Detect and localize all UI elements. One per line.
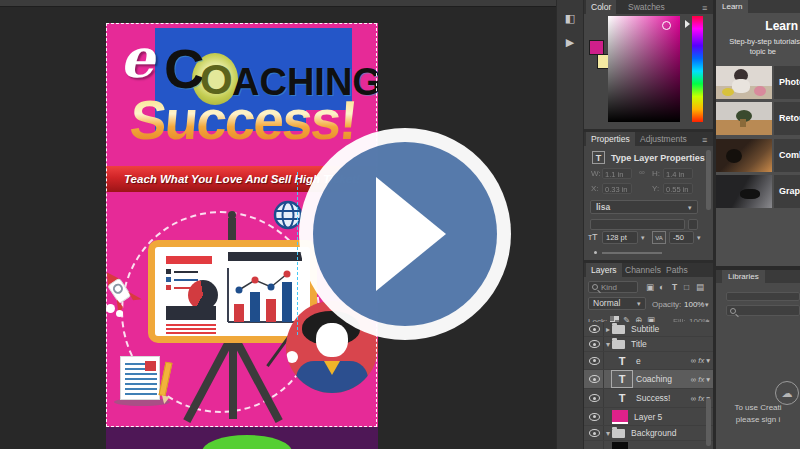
font-style-chevron[interactable] — [688, 219, 698, 230]
tab-paths[interactable]: Paths — [666, 263, 688, 277]
filter-kind-label: Kind — [601, 283, 617, 292]
w-label: W: — [591, 169, 601, 178]
board-dark-block — [166, 306, 216, 320]
font-style-select[interactable] — [590, 219, 685, 230]
layer-row-title[interactable]: ▾ Title — [584, 337, 713, 352]
tracking-field[interactable]: -50 — [669, 231, 694, 244]
libraries-note-2: please sign i — [716, 415, 800, 424]
layer-row-success[interactable]: T Success! ∞ fx ▾ — [584, 389, 713, 408]
learn-item-photo[interactable] — [716, 66, 772, 99]
learn-item-combine[interactable] — [716, 139, 772, 172]
chevron-down-icon[interactable]: ▾ — [697, 234, 701, 242]
filter-type-icon[interactable]: T — [672, 282, 677, 292]
tab-learn[interactable]: Learn — [716, 0, 748, 13]
filter-pixel-icon[interactable]: ▣ — [646, 282, 654, 292]
layer-row-partial[interactable] — [584, 441, 713, 449]
filter-smart-object-icon[interactable]: ▤ — [696, 282, 704, 292]
eye-icon[interactable] — [589, 429, 600, 437]
slider-dot — [594, 251, 597, 254]
layer-row-coaching[interactable]: T Coaching ∞ fx ▾ — [584, 370, 713, 389]
x-label: X: — [591, 184, 599, 193]
type-layer-thumbnail: T — [614, 392, 630, 404]
history-panel-icon[interactable]: ◧ — [562, 10, 578, 26]
learn-item-label[interactable]: Combin — [774, 139, 800, 172]
layer-row-layer5[interactable]: Layer 5 — [584, 408, 713, 426]
h-field[interactable]: 1.4 in — [663, 168, 693, 179]
eye-icon[interactable] — [589, 340, 600, 348]
learn-item-label[interactable]: Graphi — [774, 175, 800, 208]
filter-adjustment-icon[interactable]: ◐ — [659, 282, 664, 292]
tab-adjustments[interactable]: Adjustments — [640, 132, 687, 146]
properties-header: Type Layer Properties — [611, 153, 705, 163]
search-icon — [592, 284, 598, 290]
learn-item-graphic[interactable] — [716, 175, 772, 208]
tab-properties[interactable]: Properties — [586, 132, 635, 146]
panel-menu-icon[interactable]: ≡ — [702, 135, 707, 145]
tab-channels[interactable]: Channels — [625, 263, 661, 277]
layer-row-subtitle[interactable]: ▸ Subtitle — [584, 322, 713, 337]
properties-slider[interactable] — [602, 252, 662, 254]
learn-subtitle-1: Step-by-step tutorials — [716, 37, 800, 46]
collapsed-panel-dock — [556, 0, 584, 449]
fx-badge[interactable]: fx — [698, 356, 704, 365]
properties-scrollbar[interactable] — [706, 150, 711, 210]
link-dimensions-icon[interactable]: ∞ — [639, 168, 645, 177]
layer-thumbnail — [612, 410, 628, 424]
chevron-down-icon[interactable]: ▾ — [688, 204, 692, 212]
tracking-icon: VA — [652, 231, 666, 244]
foreground-color-swatch[interactable] — [589, 40, 604, 55]
tab-layers[interactable]: Layers — [586, 263, 622, 277]
eye-icon[interactable] — [589, 357, 600, 365]
chevron-down-icon[interactable]: ▾ — [705, 301, 709, 309]
board-dark-bar — [228, 252, 302, 261]
search-icon — [730, 308, 736, 314]
layer-row-e[interactable]: T e ∞ fx ▾ — [584, 352, 713, 370]
color-gradient-field[interactable] — [608, 16, 680, 122]
eye-icon[interactable] — [589, 394, 600, 402]
type-layer-thumbnail: T — [614, 373, 630, 385]
y-field[interactable]: 0.55 in — [663, 183, 693, 194]
x-field[interactable]: 0.33 in — [602, 183, 632, 194]
font-family-select[interactable]: lisa — [590, 200, 698, 214]
chevron-down-icon[interactable]: ▾ — [637, 300, 641, 308]
opacity-value[interactable]: 100% — [684, 300, 704, 309]
play-icon[interactable] — [376, 177, 446, 291]
hue-indicator — [685, 20, 690, 28]
h-label: H: — [652, 169, 660, 178]
learn-item-label[interactable]: Retouc — [774, 102, 800, 135]
layers-scrollbar[interactable] — [706, 398, 711, 446]
font-size-field[interactable]: 128 pt — [602, 231, 638, 244]
type-layer-thumbnail: T — [614, 355, 630, 367]
libraries-search-input[interactable] — [726, 305, 800, 316]
filter-shape-icon[interactable]: □ — [684, 282, 689, 292]
color-cursor[interactable] — [662, 21, 671, 30]
layer-thumbnail — [612, 442, 628, 449]
opacity-label: Opacity: — [652, 300, 681, 309]
poster-letter-e: e — [120, 31, 154, 85]
tab-color[interactable]: Color — [586, 0, 616, 14]
tab-libraries[interactable]: Libraries — [722, 270, 765, 283]
panel-menu-icon[interactable]: ≡ — [702, 3, 707, 13]
layer-row-background[interactable]: ▾ Background — [584, 426, 713, 441]
fx-badge[interactable]: fx — [698, 375, 704, 384]
group-folder-icon — [612, 340, 625, 349]
actions-panel-icon[interactable]: ▶ — [562, 34, 578, 50]
w-field[interactable]: 1.1 in — [602, 168, 632, 179]
document-page-icon — [120, 356, 160, 400]
poster-subtitle: Success! — [106, 85, 378, 157]
layer-filter-search[interactable]: Kind — [588, 281, 638, 293]
eye-icon[interactable] — [589, 325, 600, 333]
fx-badge[interactable]: fx — [698, 394, 704, 403]
layer-bounds-guide — [297, 172, 298, 335]
options-bar — [0, 0, 556, 7]
hue-slider[interactable] — [692, 16, 703, 122]
learn-item-label[interactable]: Photog — [774, 66, 800, 99]
learn-item-retouch[interactable] — [716, 102, 772, 135]
chevron-down-icon[interactable]: ▾ — [641, 234, 645, 242]
libraries-note-1: To use Creati — [716, 403, 800, 412]
libraries-dropdown[interactable] — [726, 292, 800, 301]
eye-icon[interactable] — [589, 413, 600, 421]
tab-swatches[interactable]: Swatches — [628, 0, 665, 14]
creative-cloud-icon: ☁ — [775, 381, 799, 405]
eye-icon[interactable] — [589, 375, 600, 383]
